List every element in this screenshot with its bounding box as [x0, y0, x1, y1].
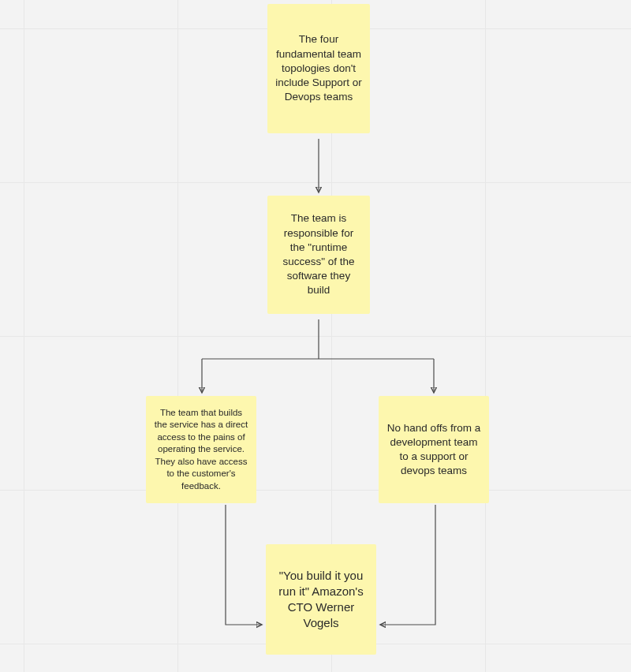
sticky-note-direct-access[interactable]: The team that builds the service has a d…: [146, 396, 256, 503]
note-text: The four fundamental team topologies don…: [275, 32, 362, 104]
note-text: The team is responsible for the "runtime…: [275, 211, 362, 297]
connector-c-e: [226, 505, 262, 625]
note-text: The team that builds the service has a d…: [154, 407, 248, 493]
note-text: No hand offs from a development team to …: [386, 421, 481, 479]
sticky-note-vogels-quote[interactable]: "You build it you run it" Amazon's CTO W…: [266, 544, 376, 655]
sticky-note-topologies[interactable]: The four fundamental team topologies don…: [267, 4, 370, 133]
sticky-note-runtime-success[interactable]: The team is responsible for the "runtime…: [267, 196, 370, 314]
connector-d-e: [380, 505, 435, 625]
sticky-note-no-handoffs[interactable]: No hand offs from a development team to …: [379, 396, 489, 503]
diagram-canvas[interactable]: The four fundamental team topologies don…: [0, 0, 631, 672]
note-text: "You build it you run it" Amazon's CTO W…: [274, 568, 368, 632]
